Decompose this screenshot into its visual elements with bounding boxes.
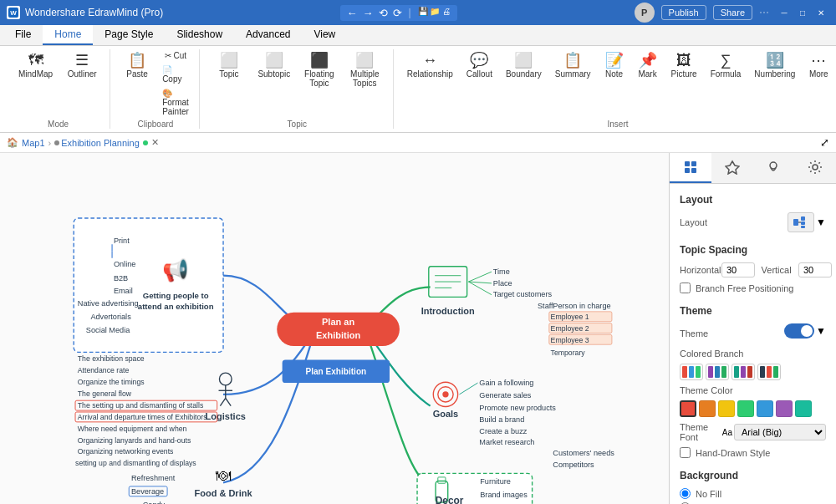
color-swatch-green[interactable] [737,400,754,417]
breadcrumb: 🏠 Map1 › Exhibition Planning ✕ ⤢ [0,133,836,153]
branch-free-checkbox[interactable] [680,283,691,293]
format-painter-btn[interactable]: 🎨 Format Painter [159,87,192,118]
insert-items: ↔ Relationship 💬 Callout ⬜ Boundary 📋 Su… [402,49,834,118]
toggle-switch[interactable] [784,323,814,339]
vertical-input[interactable] [798,262,832,277]
redo-btn[interactable]: → [363,7,374,19]
horizontal-control: Vertical [721,262,832,277]
svg-rect-100 [801,216,805,221]
doc-dot2 [143,140,148,145]
layout-picker-btn[interactable] [788,212,814,232]
tab-style[interactable] [711,153,753,183]
color-swatch-purple[interactable] [776,400,793,417]
ribbon-group-topic: ⬜ Topic ⬜ Subtopic ⬛ Floating Topic ⬜ Mu… [201,49,394,129]
tab-home[interactable]: Home [43,25,93,45]
theme-swatch-1[interactable] [680,364,703,380]
svg-text:Furniture: Furniture [480,477,511,486]
svg-rect-101 [801,221,805,225]
svg-text:Employee 1: Employee 1 [551,313,589,321]
boundary-btn[interactable]: ⬜ Boundary [501,49,547,82]
tab-page-style[interactable]: Page Style [93,25,165,45]
mark-btn[interactable]: 📌 Mark [633,49,663,82]
share-button[interactable]: Share [713,5,752,20]
more-btn[interactable]: ⋯ More [803,49,833,82]
hand-drawn-row: Hand-Drawn Style [680,447,826,458]
horizontal-input[interactable] [721,262,755,277]
back-btn[interactable]: ⟲ [379,7,388,19]
maximize-button[interactable]: □ [794,4,811,21]
font-select[interactable]: Arial (Big) Arial Times New Roman [734,424,826,440]
title-bar: W Wondershare EdrawMind (Pro) ← → ⟲ ⟳ | … [0,0,836,25]
expand-btn[interactable]: ⤢ [820,136,829,149]
toggle-knob [801,325,813,337]
subtopic-btn[interactable]: ⬜ Subtopic [253,49,295,82]
copy-btn[interactable]: 📄 Copy [159,64,192,85]
color-swatch-blue[interactable] [757,400,773,417]
theme-swatch-4[interactable] [757,364,781,380]
publish-button[interactable]: Publish [661,5,706,20]
hand-drawn-checkbox[interactable] [680,447,691,458]
layout-row: Layout ▼ [680,212,826,232]
summary-btn[interactable]: 📋 Summary [550,49,596,82]
svg-text:Getting people to: Getting people to [143,291,209,300]
breadcrumb-close[interactable]: ✕ [151,137,159,148]
font-control: Aa Arial (Big) Arial Times New Roman [722,424,826,440]
minimize-button[interactable]: ─ [776,4,793,21]
paste-btn[interactable]: 📋 Paste [119,49,155,82]
tab-view[interactable]: View [302,25,347,45]
breadcrumb-map1[interactable]: Map1 [22,138,45,148]
branch-free-label[interactable]: Branch Free Positioning [696,283,793,293]
note-btn[interactable]: 📝 Note [599,49,630,82]
color-swatch-red[interactable] [680,400,696,417]
tab-file[interactable]: File [3,25,43,45]
tab-layout[interactable] [670,153,711,183]
mindmap-btn[interactable]: 🗺 MindMap [13,49,58,82]
breadcrumb-doc[interactable]: Exhibition Planning [54,138,148,148]
picture-btn[interactable]: 🖼 Picture [666,49,702,82]
formula-btn[interactable]: ∑ Formula [706,49,747,82]
cut-btn[interactable]: ✂ Cut [159,49,192,62]
color-swatch-teal[interactable] [795,400,812,417]
floating-topic-btn[interactable]: ⬛ Floating Topic [298,49,340,91]
layout-section: Layout Layout ▼ [680,194,826,232]
layout-dropdown-arrow[interactable]: ▼ [816,216,826,228]
forward-btn[interactable]: ⟳ [393,7,402,19]
callout-btn[interactable]: 💬 Callout [461,49,497,82]
svg-text:Logistics: Logistics [206,411,246,421]
canvas[interactable]: Plan an Exhibition 📢 Getting people to a… [0,153,669,504]
close-button[interactable]: ✕ [813,4,829,21]
no-fill-radio[interactable] [680,488,691,499]
tab-markers[interactable] [753,153,795,183]
undo-btn[interactable]: ← [347,7,358,19]
color-swatch-orange[interactable] [699,400,716,417]
svg-text:Exhibition: Exhibition [316,330,360,340]
svg-rect-93 [685,168,690,173]
topic-btn[interactable]: ⬜ Topic [208,49,250,82]
svg-text:The setting up and dismantling: The setting up and dismantling of stalls [78,401,204,410]
tab-slideshow[interactable]: Slideshow [165,25,234,45]
svg-text:Email: Email [114,287,133,295]
tab-advanced[interactable]: Advanced [234,25,302,45]
color-swatch-yellow[interactable] [718,400,735,417]
home-icon: 🏠 [7,137,18,148]
multiple-topics-btn[interactable]: ⬜ Multiple Topics [344,49,386,91]
colored-branch-row: Colored Branch [680,349,826,359]
theme-dropdown[interactable]: ▼ [816,325,826,337]
tab-settings[interactable] [794,153,836,183]
svg-text:Plan an: Plan an [322,317,354,327]
spacing-title: Topic Spacing [680,244,826,256]
numbering-btn[interactable]: 🔢 Numbering [749,49,800,82]
svg-text:Social Media: Social Media [86,326,130,334]
svg-text:Goals: Goals [433,409,459,419]
theme-swatch-2[interactable] [706,364,729,380]
ribbon-tabs: File Home Page Style Slideshow Advanced … [0,25,836,46]
no-fill-label[interactable]: No Fill [696,489,721,499]
topic-items: ⬜ Topic ⬜ Subtopic ⬛ Floating Topic ⬜ Mu… [208,49,386,118]
outliner-btn[interactable]: ☰ Outliner [61,49,103,82]
svg-text:Organizing networking events: Organizing networking events [78,447,174,456]
hand-drawn-label[interactable]: Hand-Drawn Style [696,448,770,458]
svg-text:Staff: Staff [538,302,553,310]
relationship-btn[interactable]: ↔ Relationship [402,49,458,82]
theme-swatch-3[interactable] [732,364,755,380]
theme-row: Theme ▼ [680,323,826,344]
